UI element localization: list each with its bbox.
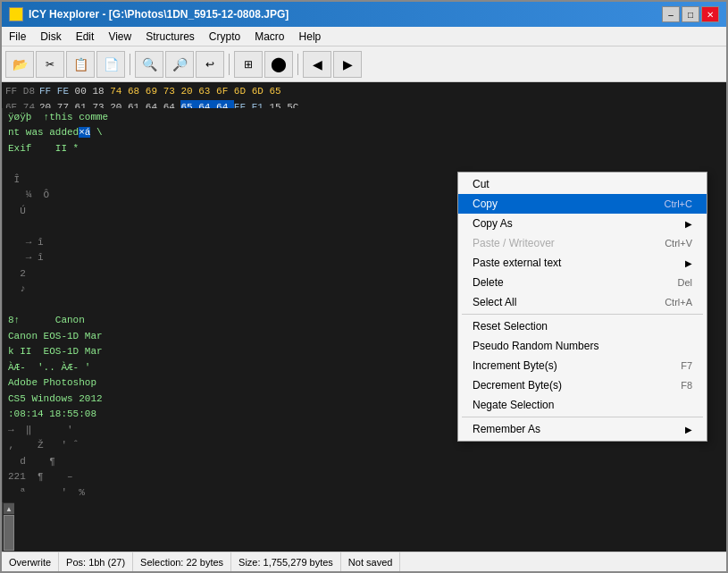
- ctx-paste[interactable]: Paste / Writeover Ctrl+V: [458, 233, 707, 253]
- context-menu: Cut Copy Ctrl+C Copy As ▶ Paste / Writeo…: [457, 172, 707, 442]
- ascii-row: ¼ Ô: [8, 188, 139, 204]
- main-window: ICY Hexplorer - [G:\Photos\1DN_5915-12-0…: [0, 0, 728, 573]
- back-button[interactable]: ◀: [303, 51, 331, 78]
- goto-button[interactable]: ⊞: [234, 51, 263, 78]
- menu-edit[interactable]: Edit: [69, 29, 102, 44]
- title-controls: – □ ✕: [662, 6, 719, 22]
- toolbar-sep-2: [229, 54, 230, 75]
- ascii-row: Exif II *: [8, 141, 139, 157]
- menu-bar: File Disk Edit View Structures Crypto Ma…: [2, 27, 726, 46]
- ctx-select-all[interactable]: Select All Ctrl+A: [458, 292, 707, 312]
- ctx-paste-ext[interactable]: Paste external text ▶: [458, 253, 707, 273]
- ctx-sep-2: [462, 417, 703, 417]
- ascii-row: Canon EOS-1D Mar: [8, 329, 139, 345]
- open-button[interactable]: 📂: [5, 51, 34, 78]
- toolbar: 📂 ✂ 📋 📄 🔍 🔎 ↩ ⊞ ⬤ ◀ ▶: [2, 46, 726, 82]
- ctx-delete[interactable]: Delete Del: [458, 273, 707, 292]
- toolbar-sep-3: [297, 54, 298, 75]
- ctx-sep-1: [462, 314, 703, 315]
- minimize-button[interactable]: –: [662, 6, 680, 22]
- ctx-remember[interactable]: Remember As ▶: [458, 419, 707, 439]
- ascii-row: → î: [8, 250, 139, 266]
- scroll-thumb[interactable]: [4, 515, 14, 551]
- title-bar-left: ICY Hexplorer - [G:\Photos\1DN_5915-12-0…: [9, 7, 289, 21]
- status-saved: Not saved: [341, 552, 401, 571]
- paste-button[interactable]: 📄: [96, 51, 125, 78]
- ascii-row: d ¶: [8, 454, 139, 470]
- status-mode: Overwrite: [5, 552, 59, 571]
- ascii-row: ‚ Ž ' ˆ: [8, 438, 139, 454]
- window-title: ICY Hexplorer - [G:\Photos\1DN_5915-12-0…: [29, 8, 289, 21]
- menu-crypto[interactable]: Crypto: [202, 29, 247, 44]
- menu-view[interactable]: View: [101, 29, 138, 44]
- scroll-up-arrow[interactable]: ▲: [4, 503, 14, 514]
- ascii-row: Î: [8, 173, 139, 189]
- ascii-row: k II EOS-1D Mar: [8, 344, 139, 360]
- status-position: Pos: 1bh (27): [59, 552, 133, 571]
- ctx-copy-as[interactable]: Copy As ▶: [458, 214, 707, 233]
- cut-button[interactable]: ✂: [36, 51, 64, 78]
- ascii-row: :08:14 18:55:08: [8, 407, 139, 423]
- ascii-row: ♪: [8, 282, 139, 298]
- ascii-row: [8, 219, 139, 235]
- menu-help[interactable]: Help: [292, 29, 329, 44]
- ascii-row: ÿøÿþ ↑this comme: [8, 110, 139, 126]
- ascii-row: [8, 298, 139, 314]
- ctx-copy[interactable]: Copy Ctrl+C: [458, 194, 707, 214]
- ascii-row: Adobe Photoshop: [8, 375, 139, 392]
- ctx-reset-sel[interactable]: Reset Selection: [458, 316, 707, 336]
- hex-row: FF D8 FF FE 00 18 74 68 69 73 20 63 6F 6…: [5, 84, 723, 100]
- ascii-row: 2: [8, 266, 139, 282]
- ctx-increment[interactable]: Increment Byte(s) F7: [458, 356, 707, 375]
- ascii-view: ÿøÿþ ↑this comme nt was added×á \ Exif I…: [2, 108, 145, 503]
- ascii-row: CS5 Windows 2012: [8, 392, 139, 408]
- ascii-row: → ‖ ': [8, 423, 139, 439]
- ctx-cut[interactable]: Cut: [458, 174, 707, 194]
- ascii-row: [8, 156, 139, 173]
- ascii-row: Ú: [8, 204, 139, 220]
- title-bar: ICY Hexplorer - [G:\Photos\1DN_5915-12-0…: [2, 2, 726, 27]
- app-icon: [9, 7, 23, 21]
- ctx-decrement[interactable]: Decrement Byte(s) F8: [458, 375, 707, 395]
- hex-bytes-section: FF D8 FF FE 00 18 74 68 69 73 20 63 6F 6…: [2, 82, 726, 108]
- ascii-row: nt was added×á \: [8, 125, 139, 141]
- ctx-pseudo-random[interactable]: Pseudo Random Numbers: [458, 336, 707, 356]
- vertical-scrollbar[interactable]: ▲: [2, 502, 14, 552]
- menu-structures[interactable]: Structures: [138, 29, 202, 44]
- toolbar-sep-1: [130, 54, 130, 75]
- close-button[interactable]: ✕: [701, 6, 719, 22]
- forward-button[interactable]: ▶: [333, 51, 362, 78]
- status-size: Size: 1,755,279 bytes: [231, 552, 341, 571]
- find-prev-button[interactable]: ↩: [196, 51, 224, 78]
- ctx-negate[interactable]: Negate Selection: [458, 395, 707, 415]
- find-next-button[interactable]: 🔎: [165, 51, 194, 78]
- menu-file[interactable]: File: [2, 29, 33, 44]
- hex-row: 6E 74 20 77 61 73 20 61 64 64 65 64 64 F…: [5, 100, 723, 108]
- status-bar: Overwrite Pos: 1bh (27) Selection: 22 by…: [2, 552, 726, 571]
- ascii-row: 8↑ Canon: [8, 313, 139, 329]
- ascii-row: → î: [8, 235, 139, 251]
- main-content: FF D8 FF FE 00 18 74 68 69 73 20 63 6F 6…: [2, 82, 726, 552]
- menu-disk[interactable]: Disk: [33, 29, 68, 44]
- ascii-row: ª ' %: [8, 485, 139, 501]
- ascii-row: ÀÆ- '.. ÀÆ- ': [8, 360, 139, 376]
- maximize-button[interactable]: □: [682, 6, 699, 22]
- menu-macro[interactable]: Macro: [247, 29, 291, 44]
- mark-button[interactable]: ⬤: [264, 51, 293, 78]
- status-selection: Selection: 22 bytes: [133, 552, 231, 571]
- ascii-row: 221 ¶ –: [8, 469, 139, 485]
- search-button[interactable]: 🔍: [135, 51, 163, 78]
- copy-button[interactable]: 📋: [66, 51, 95, 78]
